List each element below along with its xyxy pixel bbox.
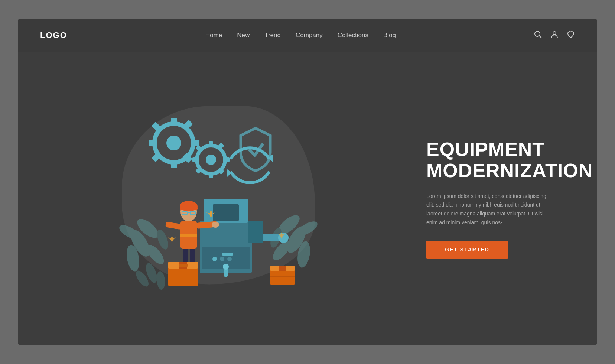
- hero-description: Lorem ipsum dolor sit amet, consectetuer…: [426, 192, 553, 227]
- heart-icon[interactable]: [567, 30, 575, 40]
- nav-item-trend[interactable]: Trend: [264, 32, 281, 39]
- box-right: [270, 266, 295, 285]
- nav-link-trend[interactable]: Trend: [264, 32, 281, 39]
- svg-rect-22: [191, 140, 199, 146]
- svg-rect-21: [171, 160, 177, 168]
- cta-button[interactable]: GET STARTED: [426, 241, 508, 259]
- hero-title: EQUIPMENT MODERNIZATION: [426, 139, 575, 181]
- svg-point-19: [166, 136, 181, 150]
- svg-point-51: [278, 233, 289, 243]
- svg-rect-60: [165, 221, 182, 230]
- user-icon[interactable]: [550, 30, 559, 40]
- illustration-side: [18, 52, 419, 345]
- nav-item-home[interactable]: Home: [205, 32, 222, 39]
- content-side: EQUIPMENT MODERNIZATION Lorem ipsum dolo…: [419, 52, 597, 345]
- svg-rect-30: [209, 141, 213, 147]
- svg-rect-23: [149, 140, 157, 146]
- nav-item-blog[interactable]: Blog: [383, 32, 396, 39]
- svg-point-29: [206, 155, 216, 165]
- svg-rect-32: [224, 157, 230, 162]
- nav-link-company[interactable]: Company: [296, 32, 323, 39]
- svg-rect-72: [179, 264, 188, 267]
- svg-rect-20: [171, 118, 177, 126]
- nav-item-new[interactable]: New: [237, 32, 250, 39]
- svg-rect-75: [279, 266, 286, 271]
- svg-point-2: [553, 32, 556, 35]
- svg-rect-42: [213, 204, 239, 221]
- nav-link-home[interactable]: Home: [205, 32, 222, 39]
- nav-item-collections[interactable]: Collections: [338, 32, 368, 39]
- nav-item-company[interactable]: Company: [296, 32, 323, 39]
- nav-icons-group: [534, 30, 575, 40]
- box-left: [168, 262, 198, 286]
- svg-line-1: [539, 36, 541, 38]
- svg-point-44: [212, 257, 217, 261]
- navbar: LOGO Home New Trend Company Collections …: [18, 19, 597, 52]
- logo[interactable]: LOGO: [40, 30, 67, 40]
- industrial-machine: [200, 199, 289, 277]
- main-illustration: [111, 95, 326, 303]
- svg-rect-31: [209, 172, 213, 178]
- svg-rect-47: [222, 253, 233, 256]
- nav-links: Home New Trend Company Collections Blog: [205, 32, 396, 39]
- svg-rect-64: [180, 207, 198, 210]
- nav-link-new[interactable]: New: [237, 32, 250, 39]
- nav-link-blog[interactable]: Blog: [383, 32, 396, 39]
- svg-point-45: [220, 257, 224, 261]
- svg-marker-39: [227, 169, 231, 177]
- svg-rect-52: [248, 221, 263, 243]
- gear-medium: [192, 141, 230, 178]
- hero-title-line1: EQUIPMENT: [426, 139, 544, 160]
- browser-frame: LOGO Home New Trend Company Collections …: [18, 19, 597, 345]
- svg-rect-58: [180, 234, 197, 237]
- search-icon[interactable]: [534, 30, 542, 40]
- hero-title-line2: MODERNIZATION: [426, 160, 593, 181]
- gear-large: [149, 118, 199, 168]
- svg-point-61: [212, 222, 219, 228]
- svg-point-17: [156, 271, 166, 290]
- nav-link-collections[interactable]: Collections: [338, 32, 368, 39]
- svg-point-46: [227, 257, 232, 261]
- svg-marker-78: [168, 236, 176, 243]
- leaves-left: [117, 215, 170, 272]
- svg-rect-33: [192, 157, 198, 162]
- svg-point-49: [223, 264, 229, 270]
- hero-section: EQUIPMENT MODERNIZATION Lorem ipsum dolo…: [18, 52, 597, 345]
